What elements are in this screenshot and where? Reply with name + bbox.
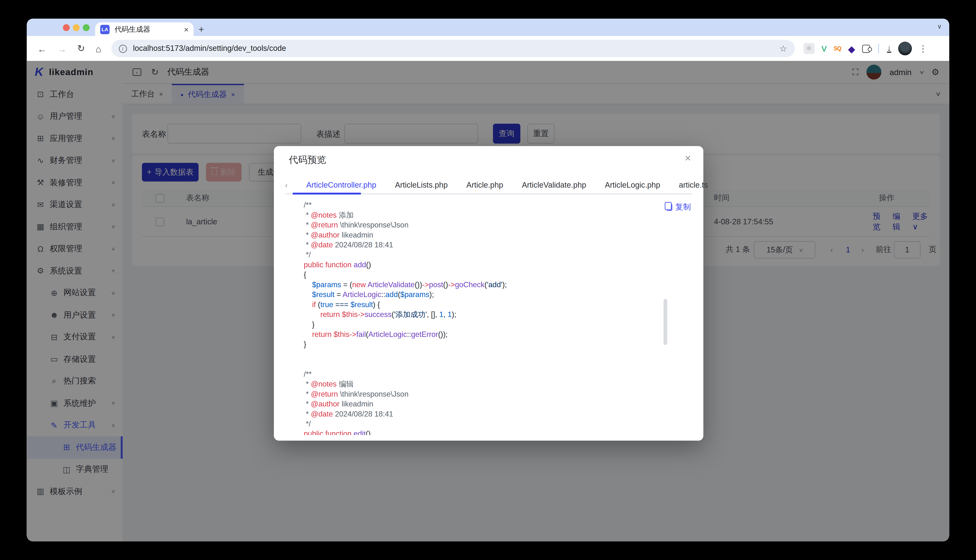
code-line: /**	[304, 200, 507, 210]
window-close-button[interactable]	[63, 24, 70, 31]
browser-menu-icon[interactable]: ⋮	[919, 43, 927, 53]
modal-file-tabs: ‹ ArticleController.phpArticleLists.phpA…	[285, 177, 692, 193]
code-line: * @date 2024/08/28 18:41	[304, 240, 507, 250]
active-tab-underline	[292, 193, 361, 195]
code-line: }	[304, 319, 507, 329]
code-line: }	[304, 339, 507, 349]
browser-toolbar: ← → ↻ ⌂ i localhost:5173/admin/setting/d…	[27, 36, 949, 61]
web-page: K likeadmin ⊡工作台☺用户管理∨⊞应用管理∨∿财务管理∨⚒装修管理∨…	[27, 61, 949, 541]
code-line: $result = ArticleLogic::add($params);	[304, 290, 507, 300]
code-line	[304, 359, 507, 369]
back-icon[interactable]: ←	[37, 43, 47, 54]
code-line: */	[304, 250, 507, 260]
extension-area: ⚛ V SQ ◆ ↓ ⋮	[803, 42, 927, 55]
code-line: * @date 2024/08/28 18:41	[304, 409, 507, 419]
browser-tab[interactable]: LA 代码生成器 ×	[95, 22, 194, 36]
browser-tab-strip: LA 代码生成器 × + ∨	[27, 19, 949, 36]
toolbar-separator	[878, 43, 879, 53]
code-line: * @return \think\response\Json	[304, 389, 507, 399]
browser-profile-avatar[interactable]	[898, 42, 912, 55]
code-line: return $this->fail(ArticleLogic::getErro…	[304, 330, 507, 339]
code-line: * @return \think\response\Json	[304, 220, 507, 230]
tab-favicon: LA	[100, 25, 110, 34]
code-line: return $this->success('添加成功', [], 1, 1);	[304, 310, 507, 319]
modal-title: 代码预览	[289, 154, 326, 166]
file-tab-articlevalidate-php[interactable]: ArticleValidate.php	[522, 181, 586, 190]
code-line: /**	[304, 369, 507, 379]
modal-close-icon[interactable]: ×	[685, 152, 691, 165]
reload-icon[interactable]: ↻	[77, 43, 85, 54]
tabs-scroll-left-icon[interactable]: ‹	[285, 181, 287, 190]
screenshot-stage: LA 代码生成器 × + ∨ ← → ↻ ⌂ i localhost:5173/…	[0, 0, 976, 560]
code-scrollbar-thumb[interactable]	[663, 299, 667, 345]
file-tab-article-ts[interactable]: article.ts	[679, 181, 708, 190]
code-line: if (true === $result) {	[304, 300, 507, 310]
address-bar[interactable]: i localhost:5173/admin/setting/dev_tools…	[111, 40, 795, 57]
downloads-icon[interactable]: ↓	[887, 44, 891, 53]
diamond-extension-icon[interactable]: ◆	[848, 44, 855, 53]
code-line: * @notes 添加	[304, 210, 507, 220]
tab-search-chevron-icon[interactable]: ∨	[937, 23, 942, 30]
home-icon[interactable]: ⌂	[95, 43, 101, 54]
sq-extension-icon[interactable]: SQ	[834, 46, 841, 51]
tab-title: 代码生成器	[115, 25, 181, 34]
new-tab-button[interactable]: +	[199, 23, 204, 34]
code-line: public function edit()	[304, 429, 507, 435]
code-viewport[interactable]: /** * @notes 添加 * @return \think\respons…	[285, 198, 692, 435]
file-tab-articlelogic-php[interactable]: ArticleLogic.php	[605, 181, 660, 190]
code-line: * @notes 编辑	[304, 379, 507, 389]
url-text: localhost:5173/admin/setting/dev_tools/c…	[133, 44, 779, 53]
code-line: */	[304, 419, 507, 429]
file-tab-list: ArticleController.phpArticleLists.phpArt…	[306, 181, 708, 190]
code-line	[304, 349, 507, 359]
code-block: /** * @notes 添加 * @return \think\respons…	[304, 200, 507, 435]
code-line: * @author likeadmin	[304, 230, 507, 240]
forward-icon[interactable]: →	[57, 43, 67, 54]
file-tab-articlecontroller-php[interactable]: ArticleController.php	[306, 181, 376, 190]
code-preview-modal: 代码预览 × ‹ ArticleController.phpArticleLis…	[274, 146, 703, 441]
code-line: * @author likeadmin	[304, 399, 507, 409]
copy-label: 复制	[675, 202, 691, 213]
vue-devtools-icon[interactable]: V	[821, 44, 827, 53]
tab-close-icon[interactable]: ×	[184, 25, 189, 34]
code-line: $params = (new ArticleValidate())->post(…	[304, 280, 507, 290]
code-line: public function add()	[304, 260, 507, 270]
copy-button[interactable]: 复制	[667, 202, 691, 213]
copy-icon	[667, 204, 672, 211]
tabs-scroll-right-icon[interactable]: ›	[727, 181, 729, 190]
code-line: {	[304, 270, 507, 280]
bookmark-star-icon[interactable]: ☆	[779, 43, 787, 53]
extensions-puzzle-icon[interactable]	[862, 44, 870, 53]
file-tab-article-php[interactable]: Article.php	[466, 181, 503, 190]
react-devtools-icon[interactable]: ⚛	[803, 43, 815, 54]
file-tab-articlelists-php[interactable]: ArticleLists.php	[395, 181, 448, 190]
site-info-icon[interactable]: i	[119, 44, 127, 53]
browser-window: LA 代码生成器 × + ∨ ← → ↻ ⌂ i localhost:5173/…	[27, 19, 949, 542]
window-zoom-button[interactable]	[83, 24, 90, 31]
window-minimize-button[interactable]	[73, 24, 80, 31]
